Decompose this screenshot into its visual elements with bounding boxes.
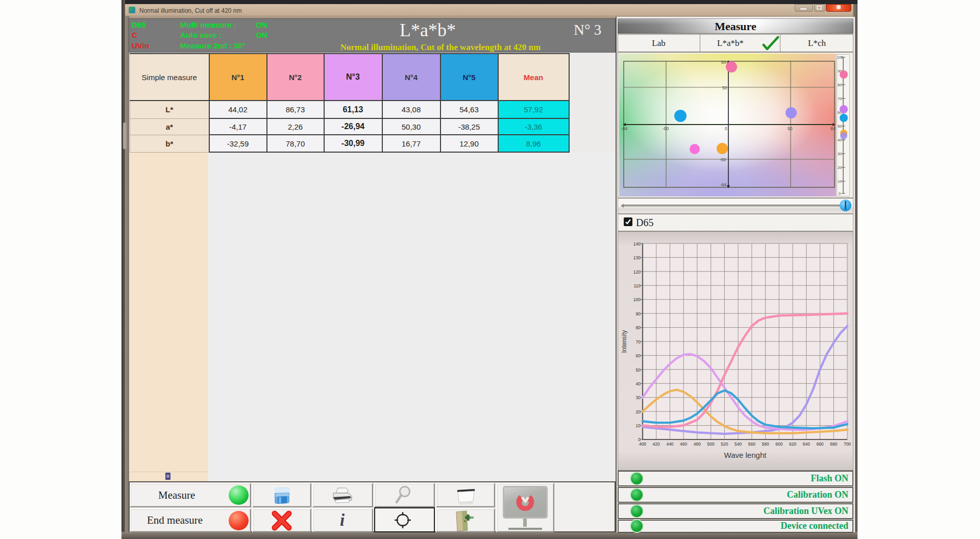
svg-text:0: 0 xyxy=(725,126,727,131)
svg-text:130: 130 xyxy=(633,255,641,260)
svg-text:400: 400 xyxy=(639,442,646,447)
svg-text:20: 20 xyxy=(636,409,641,414)
svg-text:660: 660 xyxy=(816,442,823,447)
svg-text:420: 420 xyxy=(653,442,660,447)
svg-text:-50: -50 xyxy=(720,157,726,162)
svg-text:680: 680 xyxy=(830,442,837,447)
svg-text:84: 84 xyxy=(830,126,836,131)
svg-text:620: 620 xyxy=(789,442,796,447)
svg-text:Intensity: Intensity xyxy=(621,330,628,353)
svg-text:70: 70 xyxy=(636,339,641,345)
svg-text:80: 80 xyxy=(636,325,641,330)
svg-text:50: 50 xyxy=(636,368,641,373)
svg-text:30: 30 xyxy=(838,152,842,156)
svg-text:10: 10 xyxy=(838,180,842,183)
svg-text:-84: -84 xyxy=(720,182,727,187)
svg-text:60: 60 xyxy=(636,353,641,358)
svg-text:110: 110 xyxy=(633,283,641,288)
svg-text:460: 460 xyxy=(680,442,687,447)
svg-text:100: 100 xyxy=(837,56,843,59)
svg-text:520: 520 xyxy=(721,442,728,447)
svg-text:50: 50 xyxy=(788,126,793,131)
svg-text:20: 20 xyxy=(838,166,842,169)
svg-text:50: 50 xyxy=(722,85,727,90)
svg-text:30: 30 xyxy=(636,395,641,400)
svg-text:440: 440 xyxy=(666,442,673,447)
svg-text:480: 480 xyxy=(694,442,701,447)
svg-text:100: 100 xyxy=(633,297,641,302)
svg-text:84: 84 xyxy=(721,60,726,65)
svg-text:70: 70 xyxy=(838,97,842,101)
svg-text:90: 90 xyxy=(636,311,641,316)
svg-text:-50: -50 xyxy=(663,126,669,131)
svg-text:120: 120 xyxy=(633,270,641,275)
svg-text:580: 580 xyxy=(762,442,769,447)
svg-text:500: 500 xyxy=(707,442,715,447)
svg-text:700: 700 xyxy=(844,442,851,447)
svg-text:640: 640 xyxy=(803,442,810,447)
svg-text:40: 40 xyxy=(838,138,842,142)
svg-text:40: 40 xyxy=(636,381,641,386)
svg-text:80: 80 xyxy=(838,83,842,87)
svg-text:50: 50 xyxy=(838,125,842,128)
svg-text:-84: -84 xyxy=(621,126,628,131)
svg-text:560: 560 xyxy=(748,442,755,447)
svg-text:140: 140 xyxy=(633,241,641,247)
svg-text:540: 540 xyxy=(734,442,742,447)
svg-text:10: 10 xyxy=(636,423,641,428)
svg-text:0: 0 xyxy=(839,192,841,195)
svg-text:Wave lenght: Wave lenght xyxy=(724,451,767,459)
svg-text:600: 600 xyxy=(775,442,782,447)
